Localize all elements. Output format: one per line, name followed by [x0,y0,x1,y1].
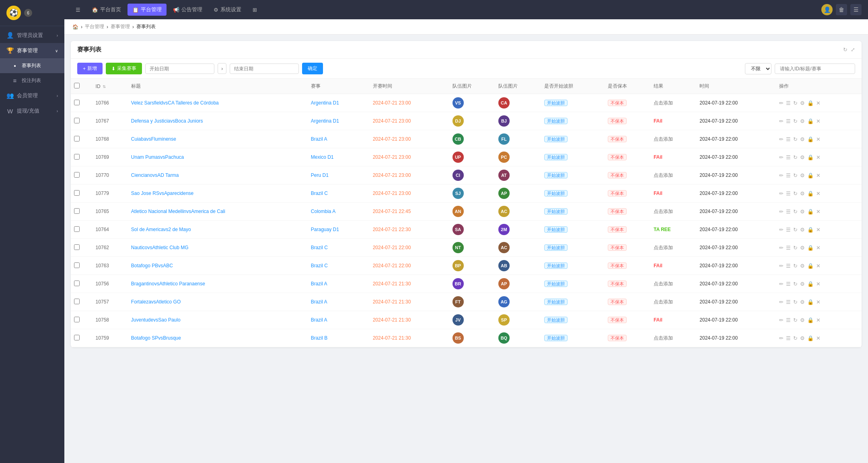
settings-icon[interactable]: ⚙ [800,154,805,160]
breadcrumb-platform[interactable]: 平台管理 [85,23,104,30]
match-title-link[interactable]: Atletico Nacional MedellinvsAmerica de C… [131,209,225,214]
edit-icon[interactable]: ✏ [779,100,784,106]
protect-tag[interactable]: 不保本 [608,172,627,178]
match-league-link[interactable]: Argentina D1 [311,100,339,106]
lock-icon[interactable]: 🔒 [807,100,814,106]
list-icon[interactable]: ☰ [786,136,791,142]
list-icon[interactable]: ☰ [786,191,791,197]
lock-icon[interactable]: 🔒 [807,245,814,251]
sidebar-item-withdraw[interactable]: W 提现/充值 › [0,103,64,119]
settings-icon[interactable]: ⚙ [800,191,805,197]
select-all-checkbox[interactable] [74,83,80,88]
edit-icon[interactable]: ✏ [779,317,784,323]
row-checkbox[interactable] [74,154,80,160]
list-icon[interactable]: ☰ [786,263,791,269]
row-checkbox[interactable] [74,226,80,232]
result-add[interactable]: 点击添加 [654,136,673,142]
match-title-link[interactable]: Unam PumasvsPachuca [131,154,184,160]
row-checkbox[interactable] [74,317,80,322]
protect-tag[interactable]: 不保本 [608,226,627,233]
protect-tag[interactable]: 不保本 [608,100,627,106]
edit-icon[interactable]: ✏ [779,299,784,305]
protect-tag[interactable]: 不保本 [608,118,627,124]
row-checkbox[interactable] [74,335,80,340]
fullscreen-icon[interactable]: ⤢ [851,47,855,53]
wave-tag[interactable]: 开始波胆 [544,154,568,160]
protect-tag[interactable]: 不保本 [608,190,627,197]
refresh-icon[interactable]: ↻ [793,209,798,215]
protect-tag[interactable]: 不保本 [608,136,627,142]
row-checkbox[interactable] [74,244,80,250]
lock-icon[interactable]: 🔒 [807,299,814,305]
edit-icon[interactable]: ✏ [779,245,784,251]
match-league-link[interactable]: Paraguay D1 [311,227,339,232]
confirm-button[interactable]: 确定 [302,63,323,74]
refresh-icon[interactable]: ↻ [793,263,798,269]
list-icon[interactable]: ☰ [786,281,791,287]
match-title-link[interactable]: Botafogo SPvsBrusque [131,335,181,341]
edit-icon[interactable]: ✏ [779,154,784,160]
wave-tag[interactable]: 开始波胆 [544,335,568,341]
list-icon[interactable]: ☰ [786,245,791,251]
row-checkbox[interactable] [74,190,80,196]
sidebar-item-member-management[interactable]: 👥 会员管理 › [0,88,64,103]
wave-tag[interactable]: 开始波胆 [544,172,568,178]
match-title-link[interactable]: Sol de Americavs2 de Mayo [131,227,191,232]
edit-icon[interactable]: ✏ [779,209,784,215]
edit-icon[interactable]: ✏ [779,118,784,124]
match-title-link[interactable]: BragantinovsAthletico Paranaense [131,281,205,287]
wave-tag[interactable]: 开始波胆 [544,208,568,215]
match-league-link[interactable]: Peru D1 [311,172,329,178]
settings-icon[interactable]: ⚙ [800,136,805,142]
match-title-link[interactable]: NauticovsAthletic Club MG [131,245,189,250]
delete-icon[interactable]: ✕ [816,227,821,233]
row-checkbox[interactable] [74,281,80,286]
settings-icon[interactable]: ⚙ [800,281,805,287]
match-league-link[interactable]: Brazil A [311,136,327,142]
match-title-link[interactable]: Sao Jose RSvsAparecidense [131,191,193,196]
edit-icon[interactable]: ✏ [779,191,784,197]
match-league-link[interactable]: Brazil C [311,263,328,268]
refresh-icon[interactable]: ↻ [793,317,798,323]
match-league-link[interactable]: Brazil A [311,317,327,323]
list-icon[interactable]: ☰ [786,299,791,305]
protect-tag[interactable]: 不保本 [608,154,627,160]
match-league-link[interactable]: Brazil C [311,191,328,196]
start-date-input[interactable] [145,64,214,74]
row-checkbox[interactable] [74,299,80,304]
result-add[interactable]: 点击添加 [654,281,673,287]
filter-select[interactable]: 不限 [745,63,771,74]
match-title-link[interactable]: Botafogo PBvsABC [131,263,173,268]
user-avatar[interactable]: 👤 [821,4,833,15]
match-league-link[interactable]: Brazil B [311,335,327,341]
lock-icon[interactable]: 🔒 [807,191,814,197]
sidebar-item-admin-settings[interactable]: 👤 管理员设置 › [0,28,64,43]
refresh-icon[interactable]: ↻ [793,245,798,251]
refresh-icon[interactable]: ↻ [793,136,798,142]
refresh-icon[interactable]: ↻ [843,47,847,53]
list-icon[interactable]: ☰ [786,227,791,233]
wave-tag[interactable]: 开始波胆 [544,317,568,323]
wave-tag[interactable]: 开始波胆 [544,244,568,251]
protect-tag[interactable]: 不保本 [608,244,627,251]
nav-grid[interactable]: ⊞ [248,4,262,15]
match-title-link[interactable]: FortalezavsAtletico GO [131,299,181,305]
wave-tag[interactable]: 开始波胆 [544,100,568,106]
protect-tag[interactable]: 不保本 [608,317,627,323]
protect-tag[interactable]: 不保本 [608,299,627,305]
lock-icon[interactable]: 🔒 [807,227,814,233]
result-add[interactable]: 点击添加 [654,335,673,341]
delete-icon[interactable]: ✕ [816,191,821,197]
lock-icon[interactable]: 🔒 [807,317,814,323]
match-league-link[interactable]: Brazil A [311,299,327,305]
refresh-icon[interactable]: ↻ [793,227,798,233]
row-checkbox[interactable] [74,118,80,123]
settings-icon[interactable]: ⚙ [800,227,805,233]
list-icon[interactable]: ☰ [786,118,791,124]
lock-icon[interactable]: 🔒 [807,136,814,142]
collect-button[interactable]: ⬇ 采集赛事 [106,63,142,74]
nav-system-settings[interactable]: ⚙ 系统设置 [209,4,246,16]
settings-icon[interactable]: ⚙ [800,209,805,215]
nav-announcement[interactable]: 📢 公告管理 [168,4,207,16]
delete-icon[interactable]: ✕ [816,154,821,160]
